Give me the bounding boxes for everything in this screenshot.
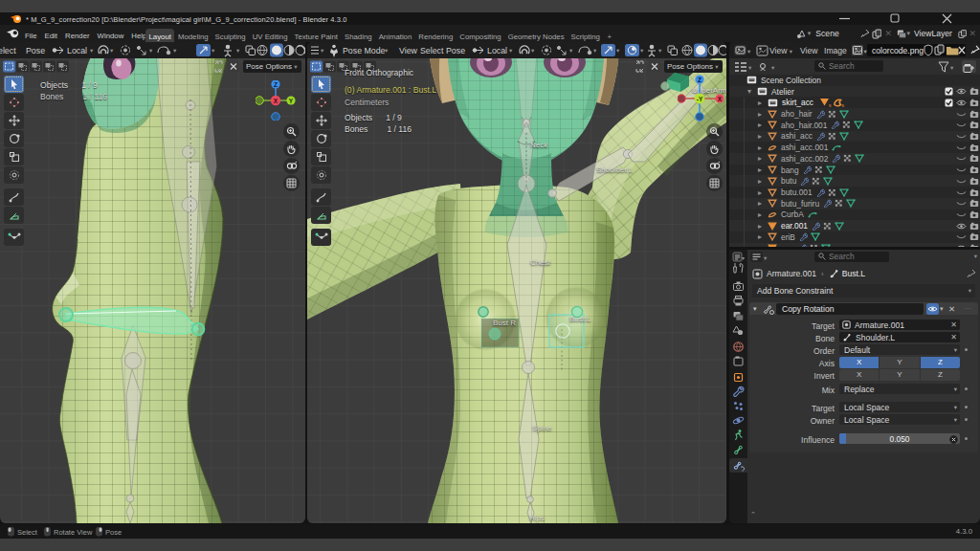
svg-text:▾: ▾	[616, 47, 620, 54]
svg-text:View: View	[399, 46, 418, 55]
svg-text:▾: ▾	[748, 64, 752, 71]
svg-text:X: X	[274, 98, 278, 104]
svg-text:▾: ▾	[771, 64, 775, 71]
svg-text:Z: Z	[698, 77, 702, 83]
svg-text:▾: ▾	[593, 47, 597, 54]
svg-text:Local: Local	[67, 46, 87, 55]
svg-text:Select: Select	[420, 46, 444, 55]
svg-text:Pose Mode: Pose Mode	[343, 46, 386, 55]
svg-text:elect: elect	[0, 46, 16, 55]
svg-text:▾: ▾	[236, 47, 240, 54]
svg-text:Rotate View: Rotate View	[54, 528, 93, 537]
svg-text:Pose: Pose	[105, 528, 122, 537]
svg-text:▾: ▾	[149, 47, 153, 54]
svg-text:X: X	[718, 96, 723, 102]
svg-text:▾: ▾	[110, 47, 114, 54]
svg-text:▾: ▾	[531, 47, 535, 54]
svg-text:▾: ▾	[658, 47, 662, 54]
svg-text:Y: Y	[289, 98, 294, 104]
svg-text:▾: ▾	[569, 47, 573, 54]
svg-text:▾: ▾	[747, 48, 751, 55]
svg-text:s: s	[829, 102, 832, 108]
svg-text:Z: Z	[274, 81, 278, 88]
svg-text:Local: Local	[487, 46, 507, 55]
svg-text:▾: ▾	[950, 64, 954, 71]
svg-text:▾: ▾	[640, 47, 644, 54]
svg-text:▾: ▾	[212, 47, 215, 54]
svg-text:s: s	[842, 102, 845, 108]
svg-text:-Y: -Y	[697, 96, 703, 102]
svg-text:▾: ▾	[385, 47, 389, 54]
svg-text:▾: ▾	[90, 47, 94, 54]
svg-text:Pose: Pose	[26, 46, 45, 55]
svg-text:Select: Select	[17, 528, 38, 537]
svg-text:Pose: Pose	[446, 46, 465, 55]
svg-text:▾: ▾	[509, 47, 513, 54]
svg-text:▾: ▾	[742, 255, 745, 261]
svg-text:▾: ▾	[173, 47, 177, 54]
svg-text:▾: ▾	[764, 254, 768, 261]
svg-text:▾: ▾	[321, 47, 324, 54]
